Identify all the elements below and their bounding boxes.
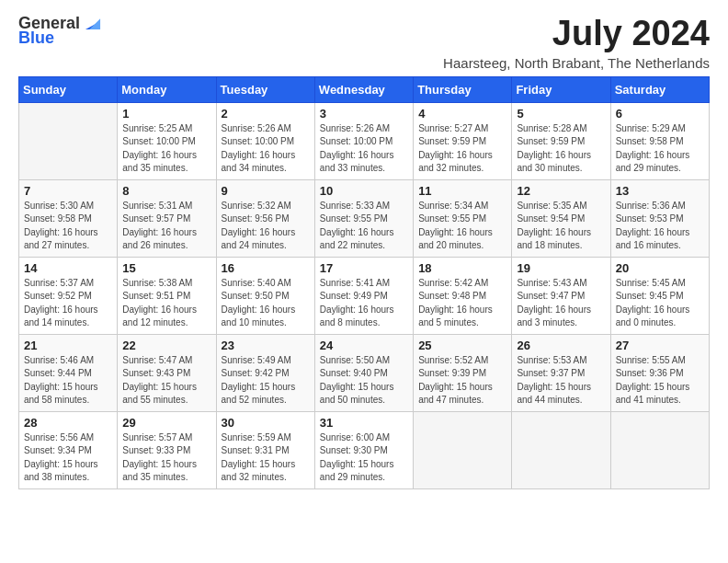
calendar-cell: 9Sunrise: 5:32 AM Sunset: 9:56 PM Daylig… (216, 179, 314, 257)
calendar-cell: 3Sunrise: 5:26 AM Sunset: 10:00 PM Dayli… (314, 102, 413, 179)
calendar-cell: 4Sunrise: 5:27 AM Sunset: 9:59 PM Daylig… (414, 102, 512, 179)
header-row: Sunday Monday Tuesday Wednesday Thursday… (19, 76, 710, 102)
day-info: Sunrise: 5:42 AM Sunset: 9:48 PM Dayligh… (418, 277, 506, 330)
logo: General Blue (18, 15, 103, 48)
day-number: 11 (418, 184, 506, 198)
col-saturday: Saturday (610, 76, 709, 102)
day-number: 9 (222, 184, 310, 198)
day-info: Sunrise: 5:26 AM Sunset: 10:00 PM Daylig… (320, 122, 408, 176)
calendar-cell: 2Sunrise: 5:26 AM Sunset: 10:00 PM Dayli… (216, 102, 314, 179)
calendar-cell (512, 411, 610, 488)
calendar-cell: 10Sunrise: 5:33 AM Sunset: 9:55 PM Dayli… (314, 179, 413, 257)
col-thursday: Thursday (414, 76, 512, 102)
day-info: Sunrise: 5:29 AM Sunset: 9:58 PM Dayligh… (616, 122, 704, 176)
day-info: Sunrise: 5:28 AM Sunset: 9:59 PM Dayligh… (517, 122, 605, 176)
day-number: 21 (24, 339, 112, 352)
calendar-cell: 17Sunrise: 5:41 AM Sunset: 9:49 PM Dayli… (314, 257, 413, 334)
day-info: Sunrise: 5:27 AM Sunset: 9:59 PM Dayligh… (418, 122, 506, 176)
day-info: Sunrise: 5:33 AM Sunset: 9:55 PM Dayligh… (320, 200, 408, 253)
calendar-cell: 16Sunrise: 5:40 AM Sunset: 9:50 PM Dayli… (216, 257, 314, 334)
calendar-cell (414, 411, 512, 488)
day-info: Sunrise: 5:46 AM Sunset: 9:44 PM Dayligh… (24, 354, 112, 408)
day-info: Sunrise: 5:38 AM Sunset: 9:51 PM Dayligh… (122, 277, 210, 330)
day-number: 29 (122, 416, 210, 430)
day-info: Sunrise: 5:43 AM Sunset: 9:47 PM Dayligh… (517, 277, 605, 330)
day-number: 6 (616, 107, 704, 121)
calendar-cell: 20Sunrise: 5:45 AM Sunset: 9:45 PM Dayli… (610, 257, 709, 334)
day-info: Sunrise: 5:32 AM Sunset: 9:56 PM Dayligh… (222, 200, 310, 253)
day-number: 5 (517, 107, 605, 121)
day-info: Sunrise: 5:59 AM Sunset: 9:31 PM Dayligh… (222, 431, 310, 485)
day-info: Sunrise: 5:49 AM Sunset: 9:42 PM Dayligh… (222, 354, 310, 408)
calendar-cell: 13Sunrise: 5:36 AM Sunset: 9:53 PM Dayli… (610, 179, 709, 257)
day-info: Sunrise: 5:55 AM Sunset: 9:36 PM Dayligh… (616, 354, 704, 408)
calendar-cell: 8Sunrise: 5:31 AM Sunset: 9:57 PM Daylig… (118, 179, 216, 257)
day-number: 28 (24, 416, 112, 430)
calendar-cell: 14Sunrise: 5:37 AM Sunset: 9:52 PM Dayli… (19, 257, 118, 334)
day-number: 15 (122, 261, 210, 275)
calendar-cell (610, 411, 709, 488)
day-number: 18 (418, 261, 506, 275)
calendar-cell: 7Sunrise: 5:30 AM Sunset: 9:58 PM Daylig… (19, 179, 118, 257)
calendar-cell: 27Sunrise: 5:55 AM Sunset: 9:36 PM Dayli… (610, 334, 709, 411)
calendar-cell: 31Sunrise: 6:00 AM Sunset: 9:30 PM Dayli… (314, 411, 413, 488)
calendar-cell: 1Sunrise: 5:25 AM Sunset: 10:00 PM Dayli… (118, 102, 216, 179)
title-block: July 2024 Haarsteeg, North Brabant, The … (443, 15, 710, 71)
calendar-cell: 6Sunrise: 5:29 AM Sunset: 9:58 PM Daylig… (610, 102, 709, 179)
calendar-cell: 25Sunrise: 5:52 AM Sunset: 9:39 PM Dayli… (414, 334, 512, 411)
calendar-cell: 28Sunrise: 5:56 AM Sunset: 9:34 PM Dayli… (19, 411, 118, 488)
day-number: 4 (418, 107, 506, 121)
calendar-cell: 18Sunrise: 5:42 AM Sunset: 9:48 PM Dayli… (414, 257, 512, 334)
day-info: Sunrise: 5:26 AM Sunset: 10:00 PM Daylig… (222, 122, 310, 176)
day-number: 23 (222, 339, 310, 352)
calendar-week-4: 21Sunrise: 5:46 AM Sunset: 9:44 PM Dayli… (19, 334, 710, 411)
day-info: Sunrise: 5:30 AM Sunset: 9:58 PM Dayligh… (24, 200, 112, 253)
day-info: Sunrise: 5:50 AM Sunset: 9:40 PM Dayligh… (320, 354, 408, 408)
day-number: 3 (320, 107, 408, 121)
location-title: Haarsteeg, North Brabant, The Netherland… (443, 55, 710, 71)
day-info: Sunrise: 5:35 AM Sunset: 9:54 PM Dayligh… (517, 200, 605, 253)
day-info: Sunrise: 5:36 AM Sunset: 9:53 PM Dayligh… (616, 200, 704, 253)
logo-text-blue: Blue (18, 29, 54, 48)
day-number: 12 (517, 184, 605, 198)
day-number: 10 (320, 184, 408, 198)
day-info: Sunrise: 5:52 AM Sunset: 9:39 PM Dayligh… (418, 354, 506, 408)
day-number: 20 (616, 261, 704, 275)
day-number: 24 (320, 339, 408, 352)
month-title: July 2024 (443, 15, 710, 53)
calendar-cell: 30Sunrise: 5:59 AM Sunset: 9:31 PM Dayli… (216, 411, 314, 488)
calendar-week-5: 28Sunrise: 5:56 AM Sunset: 9:34 PM Dayli… (19, 411, 710, 488)
calendar-week-3: 14Sunrise: 5:37 AM Sunset: 9:52 PM Dayli… (19, 257, 710, 334)
calendar-cell: 5Sunrise: 5:28 AM Sunset: 9:59 PM Daylig… (512, 102, 610, 179)
calendar-cell: 21Sunrise: 5:46 AM Sunset: 9:44 PM Dayli… (19, 334, 118, 411)
calendar-cell (19, 102, 118, 179)
calendar-cell: 22Sunrise: 5:47 AM Sunset: 9:43 PM Dayli… (118, 334, 216, 411)
day-number: 7 (24, 184, 112, 198)
day-number: 1 (122, 107, 210, 121)
col-tuesday: Tuesday (216, 76, 314, 102)
day-info: Sunrise: 5:53 AM Sunset: 9:37 PM Dayligh… (517, 354, 605, 408)
calendar-cell: 24Sunrise: 5:50 AM Sunset: 9:40 PM Dayli… (314, 334, 413, 411)
day-number: 19 (517, 261, 605, 275)
calendar-cell: 12Sunrise: 5:35 AM Sunset: 9:54 PM Dayli… (512, 179, 610, 257)
day-info: Sunrise: 5:31 AM Sunset: 9:57 PM Dayligh… (122, 200, 210, 253)
page: General Blue July 2024 Haarsteeg, North … (0, 0, 728, 504)
calendar-cell: 19Sunrise: 5:43 AM Sunset: 9:47 PM Dayli… (512, 257, 610, 334)
day-number: 14 (24, 261, 112, 275)
calendar-cell: 26Sunrise: 5:53 AM Sunset: 9:37 PM Dayli… (512, 334, 610, 411)
logo-icon (83, 12, 103, 32)
svg-marker-1 (89, 18, 100, 29)
calendar-cell: 15Sunrise: 5:38 AM Sunset: 9:51 PM Dayli… (118, 257, 216, 334)
day-number: 2 (222, 107, 310, 121)
day-number: 13 (616, 184, 704, 198)
day-number: 22 (122, 339, 210, 352)
day-info: Sunrise: 6:00 AM Sunset: 9:30 PM Dayligh… (320, 431, 408, 485)
day-number: 25 (418, 339, 506, 352)
day-info: Sunrise: 5:25 AM Sunset: 10:00 PM Daylig… (122, 122, 210, 176)
day-info: Sunrise: 5:47 AM Sunset: 9:43 PM Dayligh… (122, 354, 210, 408)
calendar-table: Sunday Monday Tuesday Wednesday Thursday… (18, 76, 710, 489)
day-number: 27 (616, 339, 704, 352)
day-number: 26 (517, 339, 605, 352)
day-number: 30 (222, 416, 310, 430)
col-friday: Friday (512, 76, 610, 102)
